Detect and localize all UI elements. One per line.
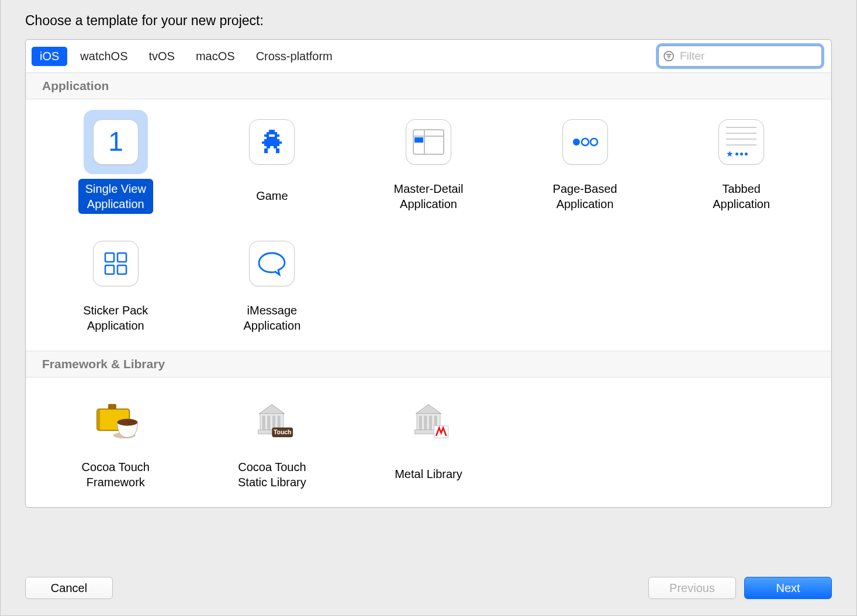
- svg-marker-33: [260, 404, 285, 414]
- svg-text:Touch: Touch: [274, 429, 291, 435]
- template-imessage[interactable]: iMessage Application: [194, 229, 351, 338]
- page-based-icon: [562, 119, 608, 165]
- tabbed-icon: ★: [718, 119, 764, 165]
- platform-tab-crossplatform[interactable]: Cross-platform: [248, 47, 341, 66]
- section-header-application: Application: [26, 73, 831, 99]
- template-panel: iOS watchOS tvOS macOS Cross-platform Ap…: [25, 39, 832, 508]
- svg-rect-36: [268, 416, 271, 430]
- svg-rect-25: [118, 253, 126, 262]
- svg-rect-27: [118, 265, 126, 274]
- template-page-based[interactable]: Page-Based Application: [507, 108, 664, 216]
- svg-rect-13: [267, 146, 270, 148]
- template-sticker-pack[interactable]: Sticker Pack Application: [37, 229, 194, 338]
- filter-field-wrap: [658, 46, 822, 67]
- single-view-icon: 1: [93, 119, 139, 165]
- template-metal-library[interactable]: Metal Library: [350, 386, 507, 494]
- svg-rect-9: [267, 137, 277, 139]
- application-grid: 1 Single View Application: [26, 99, 831, 351]
- framework-grid: Cocoa Touch Framework: [26, 378, 831, 507]
- svg-rect-44: [419, 416, 422, 430]
- svg-rect-14: [274, 146, 277, 148]
- svg-point-21: [573, 139, 580, 146]
- svg-rect-11: [262, 141, 282, 144]
- template-cocoa-touch-framework[interactable]: Cocoa Touch Framework: [37, 386, 194, 494]
- svg-rect-5: [269, 130, 275, 132]
- svg-rect-45: [424, 416, 427, 430]
- cancel-button[interactable]: Cancel: [25, 577, 113, 599]
- sheet-title: Choose a template for your new project:: [25, 13, 832, 29]
- svg-rect-35: [262, 416, 265, 430]
- svg-rect-15: [264, 148, 268, 153]
- section-header-framework: Framework & Library: [26, 351, 831, 378]
- svg-rect-10: [264, 139, 279, 141]
- svg-rect-16: [276, 148, 279, 153]
- template-master-detail[interactable]: Master-Detail Application: [350, 108, 507, 216]
- button-row: Cancel Previous Next: [25, 577, 832, 599]
- svg-marker-42: [416, 404, 441, 414]
- svg-point-22: [582, 139, 589, 146]
- metal-library-icon: [406, 397, 451, 443]
- new-project-sheet: Choose a template for your new project: …: [0, 0, 857, 616]
- next-button[interactable]: Next: [744, 577, 832, 599]
- filter-input[interactable]: [658, 46, 822, 67]
- game-icon: [249, 119, 295, 165]
- svg-rect-26: [105, 265, 114, 274]
- svg-rect-46: [429, 416, 432, 430]
- previous-button[interactable]: Previous: [648, 577, 736, 599]
- template-cocoa-touch-static-library[interactable]: Touch Cocoa Touch Static Library: [194, 386, 351, 494]
- platform-bar: iOS watchOS tvOS macOS Cross-platform: [26, 40, 831, 73]
- platform-tab-tvos[interactable]: tvOS: [141, 47, 183, 66]
- template-single-view-application[interactable]: 1 Single View Application: [37, 108, 194, 216]
- template-tabbed[interactable]: ★ Tabbed Application: [663, 108, 820, 216]
- svg-text:1: 1: [108, 127, 123, 157]
- svg-rect-6: [267, 132, 277, 134]
- svg-rect-20: [414, 137, 423, 143]
- platform-tab-macos[interactable]: macOS: [188, 47, 243, 66]
- filter-icon: [664, 51, 674, 61]
- svg-rect-24: [105, 253, 114, 262]
- platform-tab-watchos[interactable]: watchOS: [72, 47, 136, 66]
- master-detail-icon: [406, 119, 451, 165]
- sticker-pack-icon: [93, 241, 139, 286]
- cocoa-touch-framework-icon: [93, 397, 139, 443]
- cocoa-touch-static-icon: Touch: [249, 397, 295, 443]
- svg-rect-29: [97, 409, 100, 430]
- svg-point-23: [590, 139, 597, 146]
- svg-rect-8: [275, 134, 279, 137]
- template-game[interactable]: Game: [194, 108, 351, 216]
- svg-rect-7: [264, 134, 269, 137]
- imessage-icon: [249, 241, 295, 286]
- svg-point-32: [117, 418, 137, 425]
- svg-rect-12: [264, 144, 279, 146]
- platform-tab-ios[interactable]: iOS: [32, 47, 67, 66]
- svg-rect-30: [108, 404, 116, 409]
